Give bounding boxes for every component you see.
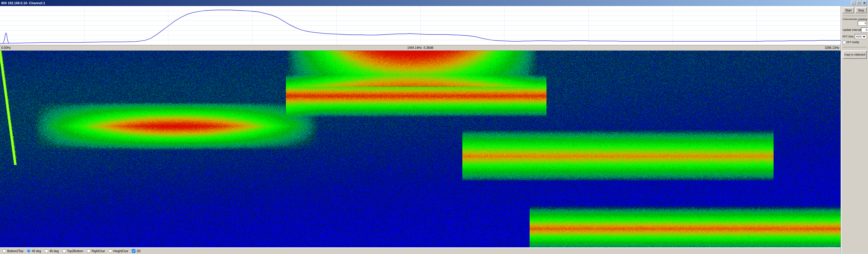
top2bottom-radio-group[interactable]: Top2Bottom [62, 249, 83, 253]
fft-size-label: FFT Size [843, 35, 854, 38]
title-text: 800 192.168.0.10- Channel:1 [1, 1, 45, 5]
deg45-neg-radio[interactable] [27, 249, 30, 253]
minimize-button[interactable]: _ [851, 1, 856, 5]
update-interval-label: Update Interval [843, 28, 861, 31]
divider-2 [843, 47, 867, 47]
right-clue-radio[interactable] [87, 249, 91, 253]
top2bottom-radio[interactable] [62, 249, 66, 253]
title-bar: 800 192.168.0.10- Channel:1 _ □ ✕ [0, 0, 868, 6]
window-title: 800 192.168.0.10- Channel:1 [1, 1, 45, 5]
top2bottom-label: Top2Bottom [67, 250, 83, 253]
freq-right: 3286.13Hz [825, 46, 839, 50]
bottom2top-label: Bottom2Top [7, 250, 23, 253]
main-container: 0.00Hz 1494.14Hz -5.38dB 3286.13Hz Botto… [0, 6, 868, 254]
stop-button[interactable]: Stop [855, 7, 867, 13]
chart-area: 0.00Hz 1494.14Hz -5.38dB 3286.13Hz Botto… [0, 6, 841, 254]
fft-notify-label: FFT Notify [846, 41, 859, 44]
spectrum-chart [0, 6, 841, 45]
channel-index-input[interactable] [858, 21, 867, 26]
channel-index-label: ChannelIndex (starting 0) [843, 18, 867, 21]
height-clue-label: HeightClue [114, 250, 128, 253]
right-clue-radio-group[interactable]: RightClue [87, 249, 105, 253]
fft-notify-checkbox-group[interactable]: FFT Notify [843, 41, 867, 44]
start-button[interactable]: Start [843, 7, 854, 13]
waterfall-canvas [0, 51, 841, 247]
bottom2top-radio-group[interactable]: Bottom2Top [2, 249, 23, 253]
deg45-pos-radio[interactable] [44, 249, 48, 253]
maximize-button[interactable]: □ [857, 1, 861, 5]
bottom2top-radio[interactable] [2, 249, 6, 253]
deg45-neg-radio-group[interactable]: 45 deg [27, 249, 41, 253]
right-clue-label: RightClue [92, 250, 105, 253]
deg45-neg-label: 45 deg [32, 250, 41, 253]
freq-left: 0.00Hz [1, 46, 11, 50]
deg45-pos-label: 45 deg [50, 250, 59, 253]
height-clue-radio-group[interactable]: HeightClue [108, 249, 128, 253]
freq-center: 1494.14Hz -5.38dB [407, 46, 433, 50]
close-button[interactable]: ✕ [862, 1, 867, 5]
threed-checkbox-group[interactable]: 3D [132, 249, 141, 253]
fft-size-select[interactable]: 8192 4096 2048 1024 512 [855, 34, 867, 39]
copy-button[interactable]: Copy to clipboard [843, 51, 867, 59]
deg45-pos-radio-group[interactable]: 45 deg [44, 249, 59, 253]
threed-checkbox[interactable] [132, 249, 135, 253]
threed-label: 3D [136, 250, 141, 253]
spectrum-graph [0, 6, 841, 45]
fft-notify-checkbox[interactable] [843, 41, 846, 44]
waterfall-display [0, 51, 841, 247]
update-interval-input[interactable] [861, 27, 868, 32]
frequency-bar: 0.00Hz 1494.14Hz -5.38dB 3286.13Hz [0, 45, 841, 51]
window-controls[interactable]: _ □ ✕ [851, 1, 867, 5]
bottom-bar: Bottom2Top 45 deg 45 deg Top2Bottom Righ… [0, 247, 841, 254]
height-clue-radio[interactable] [108, 249, 112, 253]
right-panel: Start Stop ChannelIndex (starting 0) Upd… [841, 6, 868, 254]
copy-label: Copy to clipboard [844, 53, 865, 56]
